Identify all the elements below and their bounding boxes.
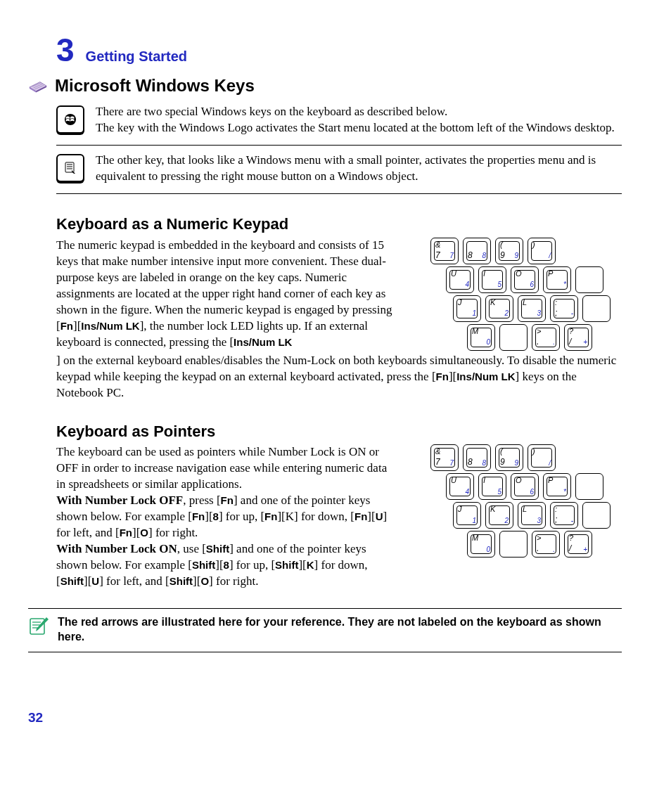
keypad-key: [499, 531, 528, 558]
keypad-key: >..: [532, 531, 560, 558]
keypad-key: (99: [495, 444, 523, 471]
keypad-key: [582, 295, 611, 322]
keypad-key: J1: [453, 295, 481, 322]
note-pencil-icon: [28, 614, 49, 642]
keypad-key: &77: [430, 444, 459, 471]
keypad-key: I5: [478, 473, 506, 500]
section-title: Microsoft Windows Keys: [55, 75, 255, 97]
keypad-key: :;-: [550, 295, 578, 322]
keypad-key: U4: [446, 473, 474, 500]
keypad-key: [582, 502, 611, 529]
pointers-paragraph-1: The keyboard can be used as pointers whi…: [56, 444, 397, 493]
chapter-title: Getting Started: [86, 47, 187, 66]
svg-marker-16: [36, 617, 49, 631]
keypad-key: K2: [485, 502, 513, 529]
info-text-1a: There are two special Windows keys on th…: [96, 104, 622, 120]
keypad-key: L3: [518, 502, 546, 529]
keypad-figure-pointers: &7788(99)/U4I5O6P*J1K2L3:;-M0>..?/+: [411, 444, 622, 558]
numeric-paragraph-cont: ] on the external keyboard enables/disab…: [56, 353, 622, 401]
subsection-numeric-title: Keyboard as a Numeric Keypad: [56, 214, 622, 235]
info-text-1b: The key with the Windows Logo activates …: [96, 120, 622, 136]
keypad-key: K2: [485, 295, 513, 322]
keypad-key: [575, 266, 603, 293]
windows-logo-key-icon: [56, 105, 84, 134]
page-number: 32: [28, 709, 622, 727]
info-text-2: The other key, that looks like a Windows…: [96, 153, 622, 185]
keypad-key: 88: [463, 238, 491, 264]
keypad-key: P*: [543, 266, 571, 293]
keypad-key: M0: [467, 531, 495, 558]
keypad-key: )/: [528, 238, 556, 264]
keypad-key: &77: [430, 238, 459, 264]
keypad-key: O6: [511, 473, 539, 500]
keypad-key: ?/+: [564, 324, 592, 351]
section-header: Microsoft Windows Keys: [28, 75, 622, 97]
note-block: The red arrows are illustrated here for …: [28, 608, 622, 652]
numeric-paragraph: The numeric keypad is embedded in the ke…: [56, 238, 397, 351]
svg-rect-12: [30, 619, 44, 634]
keypad-key: M0: [467, 324, 495, 351]
note-text: The red arrows are illustrated here for …: [58, 614, 622, 645]
keypad-key: P*: [543, 473, 571, 500]
keypad-key: I5: [478, 266, 506, 293]
keypad-key: ?/+: [564, 531, 592, 558]
pointers-paragraph-2: With Number Lock OFF, press [Fn] and one…: [56, 493, 397, 541]
info-windows-key: There are two special Windows keys on th…: [56, 97, 622, 146]
keypad-figure-numeric: &7788(99)/U4I5O6P*J1K2L3:;-M0>..?/+: [411, 238, 622, 351]
keypad-key: O6: [511, 266, 539, 293]
info-menu-key: The other key, that looks like a Windows…: [56, 146, 622, 194]
keypad-key: U4: [446, 266, 474, 293]
menu-key-icon: [56, 154, 84, 182]
keypad-key: >..: [532, 324, 560, 351]
keypad-key: [575, 473, 603, 500]
chapter-number: 3: [56, 28, 75, 72]
keypad-key: (99: [495, 238, 523, 264]
keypad-key: J1: [453, 502, 481, 529]
chapter-header: 3 Getting Started: [56, 28, 622, 72]
pointers-paragraph-3: With Number Lock ON, use [Shift] and one…: [56, 541, 397, 590]
subsection-pointers-title: Keyboard as Pointers: [56, 421, 622, 442]
keypad-key: [499, 324, 528, 351]
svg-rect-7: [65, 162, 74, 172]
keypad-key: 88: [463, 444, 491, 471]
keypad-key: )/: [528, 444, 556, 471]
keypad-key: L3: [518, 295, 546, 322]
keyboard-3d-icon: [28, 78, 48, 94]
keypad-key: :;-: [550, 502, 578, 529]
